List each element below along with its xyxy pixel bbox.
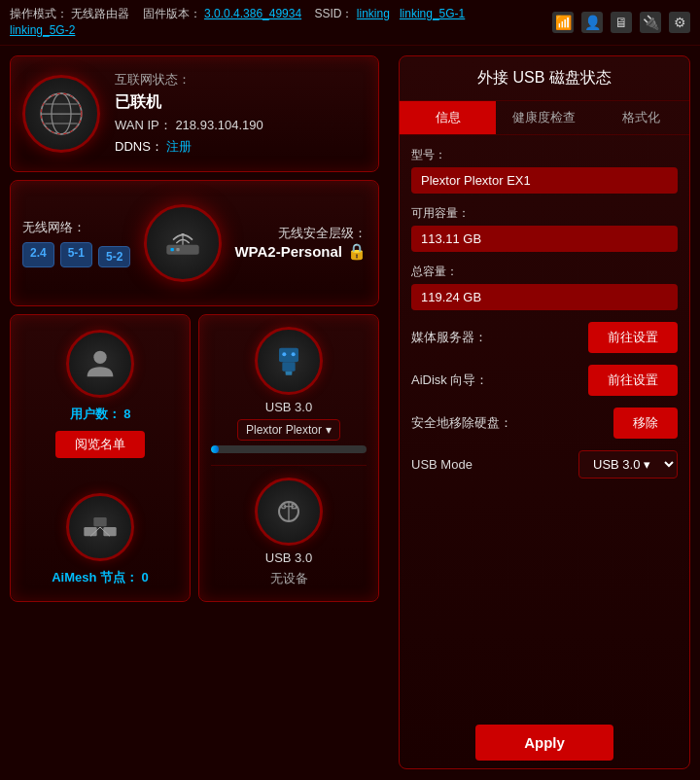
right-panel: 外接 USB 磁盘状态 信息 健康度检查 格式化 型号： Plextor Ple… (389, 46, 700, 779)
safe-remove-row: 安全地移除硬盘： 移除 (411, 408, 678, 439)
firmware-link[interactable]: 3.0.0.4.386_49934 (204, 7, 301, 20)
usb1-dropdown[interactable]: Plextor Plextor ▾ (237, 419, 340, 441)
tab-info[interactable]: 信息 (400, 101, 496, 134)
svg-point-25 (282, 504, 286, 508)
view-list-button[interactable]: 阅览名单 (55, 431, 145, 458)
svg-rect-18 (282, 362, 295, 371)
tab-health[interactable]: 健康度检查 (496, 101, 592, 134)
icon-settings[interactable]: ⚙ (669, 12, 690, 33)
client-card: 用户数： 8 阅览名单 AiMesh 节点： 0 (10, 314, 191, 602)
globe-icon-circle (22, 75, 100, 153)
ddns-link[interactable]: 注册 (166, 139, 192, 154)
safe-remove-button[interactable]: 移除 (613, 408, 678, 439)
usb-divider (211, 465, 367, 466)
panel-content: 型号： Plextor Plextor EX1 可用容量： 113.11 GB … (400, 135, 689, 717)
usb2-no-device: 无设备 (270, 570, 308, 587)
media-server-button[interactable]: 前往设置 (588, 322, 678, 353)
wifi-network-label: 无线网络： (22, 219, 130, 236)
usb-card: USB 3.0 Plextor Plextor ▾ (198, 314, 379, 602)
usb1-device: Plextor Plextor (246, 423, 322, 437)
icon-monitor[interactable]: 🖥 (611, 12, 632, 33)
usb-slot-1: USB 3.0 Plextor Plextor ▾ (211, 327, 367, 453)
clients-label: 用户数： (70, 407, 121, 421)
top-bar-info: 操作模式： 无线路由器 固件版本： 3.0.0.4.386_49934 SSID… (10, 6, 465, 39)
svg-rect-26 (292, 504, 296, 508)
aimesh-label: AiMesh 节点： (52, 570, 138, 585)
model-row: 型号： Plextor Plextor EX1 (411, 147, 678, 194)
main-layout: 互联网状态： 已联机 WAN IP： 218.93.104.190 DDNS： … (0, 46, 700, 779)
internet-status-label: 互联网状态： (115, 71, 263, 89)
tab-format[interactable]: 格式化 (593, 101, 689, 134)
usb2-icon-circle (255, 478, 323, 546)
internet-status-value: 已联机 (115, 92, 263, 113)
icon-signal[interactable]: 📶 (552, 12, 574, 33)
internet-card: 互联网状态： 已联机 WAN IP： 218.93.104.190 DDNS： … (10, 55, 379, 172)
mode-value: 无线路由器 (71, 7, 129, 20)
icon-user[interactable]: 👤 (581, 12, 603, 33)
chevron-down-icon: ▾ (326, 423, 332, 437)
security-value: WPA2-Personal 🔒 (234, 242, 367, 261)
safe-remove-label: 安全地移除硬盘： (411, 414, 512, 432)
ssid3-line: linking_5G-2 (10, 22, 465, 39)
usb1-svg (269, 341, 308, 380)
icon-usb[interactable]: 🔌 (640, 12, 661, 33)
svg-rect-14 (93, 517, 106, 526)
wan-ip-value: 218.93.104.190 (175, 118, 262, 132)
aidisk-button[interactable]: 前往设置 (588, 365, 678, 396)
usb2-svg (269, 492, 308, 531)
person-svg (81, 344, 120, 383)
apply-section: Apply (400, 717, 689, 768)
ssid1-link[interactable]: linking (357, 7, 390, 20)
total-value: 119.24 GB (411, 284, 678, 310)
svg-rect-19 (286, 371, 293, 374)
person-icon-circle (66, 330, 134, 398)
mode-label: 操作模式： (10, 7, 68, 20)
usb1-icon-circle (255, 327, 323, 395)
usb-panel-title: 外接 USB 磁盘状态 (400, 56, 689, 101)
left-panel: 互联网状态： 已联机 WAN IP： 218.93.104.190 DDNS： … (0, 46, 389, 779)
wifi-right: 无线安全层级： WPA2-Personal 🔒 (234, 225, 367, 261)
client-info: 用户数： 8 (70, 406, 131, 423)
panel-tabs: 信息 健康度检查 格式化 (400, 101, 689, 135)
mesh-svg (81, 508, 120, 547)
svg-point-20 (282, 352, 286, 356)
available-value: 113.11 GB (411, 226, 678, 252)
aidisk-row: AiDisk 向导： 前往设置 (411, 365, 678, 396)
svg-rect-8 (176, 248, 179, 251)
usb2-label: USB 3.0 (265, 550, 312, 565)
media-server-row: 媒体服务器： 前往设置 (411, 322, 678, 353)
ssid2-link[interactable]: linking_5G-1 (400, 7, 465, 20)
apply-button[interactable]: Apply (475, 725, 613, 761)
total-row: 总容量： 119.24 GB (411, 264, 678, 310)
aidisk-label: AiDisk 向导： (411, 372, 488, 389)
svg-rect-17 (279, 347, 298, 362)
total-label: 总容量： (411, 264, 678, 280)
usb-mode-select[interactable]: USB 3.0 ▾ USB 2.0 (578, 450, 678, 479)
svg-rect-10 (181, 233, 184, 235)
svg-rect-7 (170, 248, 173, 251)
usb-status-panel: 外接 USB 磁盘状态 信息 健康度检查 格式化 型号： Plextor Ple… (399, 55, 690, 769)
security-text: WPA2-Personal (234, 243, 342, 260)
band-52[interactable]: 5-2 (98, 246, 130, 267)
firmware-label: 固件版本： (143, 7, 201, 20)
ssid3-link[interactable]: linking_5G-2 (10, 23, 75, 37)
usb1-progress-bar-container (211, 445, 367, 453)
wan-ip-row: WAN IP： 218.93.104.190 (115, 117, 263, 134)
usb1-label: USB 3.0 (265, 400, 312, 414)
wifi-card: 无线网络： 2.4 5-1 5-2 (10, 180, 379, 306)
router-svg (158, 219, 207, 267)
clients-count: 8 (123, 407, 130, 421)
wan-label: WAN IP： (115, 118, 172, 132)
band-51[interactable]: 5-1 (60, 242, 92, 267)
usb-slot-2: USB 3.0 无设备 (211, 478, 367, 587)
internet-info: 互联网状态： 已联机 WAN IP： 218.93.104.190 DDNS： … (115, 71, 263, 156)
usb1-progress-bar (211, 445, 219, 453)
mesh-icon-circle (66, 493, 134, 561)
media-label: 媒体服务器： (411, 329, 487, 346)
bottom-row: 用户数： 8 阅览名单 AiMesh 节点： 0 (10, 314, 379, 602)
ddns-row: DDNS： 注册 (115, 138, 263, 156)
band-24[interactable]: 2.4 (22, 242, 54, 267)
model-value: Plextor Plextor EX1 (411, 167, 678, 194)
wifi-center (134, 204, 231, 282)
ssid-label: SSID： (314, 7, 353, 20)
